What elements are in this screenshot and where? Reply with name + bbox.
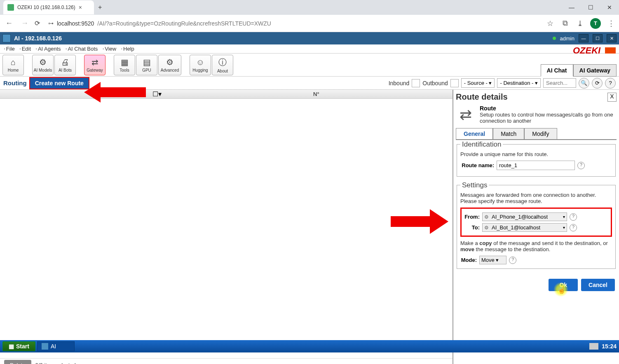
route-heading: Route <box>480 105 617 112</box>
printer-icon: 🖨 <box>61 58 69 67</box>
menu-bar: ▪File ▪Edit ▪AI Agents ▪AI Chat Bots ▪Vi… <box>0 44 619 54</box>
source-select[interactable]: - Source - ▾ <box>461 78 495 88</box>
menu-ai-agents[interactable]: ▪AI Agents <box>33 46 63 52</box>
panel-close-button[interactable]: X <box>607 93 617 102</box>
window-minimize-icon[interactable]: — <box>562 0 581 15</box>
extensions-icon[interactable]: ⧉ <box>560 19 570 28</box>
window-maximize-icon[interactable]: ☐ <box>581 0 600 15</box>
home-icon: ⌂ <box>11 58 16 67</box>
tb-tools[interactable]: ▦Tools <box>114 55 135 75</box>
app-maximize-icon[interactable]: ☐ <box>593 34 603 42</box>
help-button[interactable]: ? <box>605 78 616 89</box>
ptab-modify[interactable]: Modify <box>524 128 557 139</box>
user-label[interactable]: admin <box>560 35 574 42</box>
app-icon <box>42 343 48 350</box>
menu-file[interactable]: ▪File <box>2 46 17 52</box>
route-details-panel: Route details X ⇄ Route Setup routes to … <box>453 90 619 364</box>
menu-icon[interactable]: ⋮ <box>607 19 616 28</box>
gear-icon: ⚙ <box>484 214 490 220</box>
cancel-button[interactable]: Cancel <box>581 279 615 291</box>
tb-home[interactable]: ⌂Home <box>2 55 24 75</box>
url-input[interactable]: ⊶ localhost:9520/AI/?a=Routing&type=OzRo… <box>44 18 542 29</box>
profile-avatar[interactable]: T <box>590 18 601 29</box>
highlighted-routing: From: ⚙ AI_Phone_1@localhost ▾ ? To: ⚙ A… <box>460 208 612 237</box>
refresh-button[interactable]: ⟳ <box>592 78 603 89</box>
tb-gpu[interactable]: ▤GPU <box>136 55 157 75</box>
panel-title: Route details <box>456 92 607 102</box>
bookmark-icon[interactable]: ☆ <box>546 19 555 28</box>
from-select[interactable]: ⚙ AI_Phone_1@localhost ▾ <box>482 212 567 221</box>
to-select[interactable]: ⚙ AI_Bot_1@localhost ▾ <box>482 223 567 232</box>
status-indicator-icon <box>553 37 556 40</box>
site-info-icon[interactable]: ⊶ <box>48 20 54 26</box>
svg-marker-0 <box>84 82 146 103</box>
back-button[interactable]: ← <box>3 19 15 28</box>
route-icon: ⇄ <box>456 105 476 125</box>
to-label: To: <box>463 224 480 231</box>
menu-ai-chat-bots[interactable]: ▪AI Chat Bots <box>63 46 101 52</box>
keyboard-icon[interactable] <box>589 343 598 350</box>
status-bar: Delete 0/0 item selected <box>0 358 453 364</box>
address-bar: ← → ⟳ ⊶ localhost:9520/AI/?a=Routing&typ… <box>0 15 619 32</box>
mode-description: Make a copy of the message and send it t… <box>460 240 612 252</box>
help-icon[interactable]: ? <box>570 224 577 231</box>
column-selector[interactable]: ☐▾ <box>152 90 162 98</box>
tb-gateway[interactable]: ⇄Gateway <box>84 55 106 75</box>
routing-label: Routing <box>3 79 27 86</box>
tab-close-icon[interactable]: × <box>79 4 82 11</box>
help-icon[interactable]: ? <box>509 257 516 264</box>
ptab-match[interactable]: Match <box>493 128 524 139</box>
app-minimize-icon[interactable]: — <box>579 34 589 42</box>
window-close-icon[interactable]: ✕ <box>600 0 619 15</box>
new-tab-button[interactable]: + <box>98 4 102 11</box>
column-no[interactable]: N° <box>313 91 319 97</box>
menu-help[interactable]: ▪Help <box>119 46 137 52</box>
help-icon[interactable]: ? <box>577 162 585 169</box>
forward-button[interactable]: → <box>19 19 30 28</box>
identification-legend: Identification <box>460 140 503 149</box>
table-header: ☐▾ N° <box>0 90 453 99</box>
selection-count: 0/0 item selected <box>35 362 76 364</box>
mode-select[interactable]: Move ▾ <box>479 256 506 264</box>
settings-fieldset: Settings Messages are forwarded from one… <box>457 185 616 269</box>
clock[interactable]: 15:24 <box>602 343 617 350</box>
inbound-label: Inbound <box>389 80 410 86</box>
toolbar: ⌂Home ⚙AI Models 🖨AI Bots ⇄Gateway ▦Tool… <box>0 54 619 77</box>
tb-advanced[interactable]: ⚙Advanced <box>158 55 181 75</box>
annotation-arrow-1 <box>84 80 146 105</box>
search-input[interactable] <box>543 78 576 88</box>
tab-ai-chat[interactable]: AI Chat <box>541 64 573 77</box>
inbound-checkbox[interactable] <box>412 79 420 87</box>
create-route-button[interactable]: Create new Route <box>29 77 89 89</box>
start-icon: ▦ <box>9 343 14 350</box>
tab-title: OZEKI 10 (192.168.0.126) <box>17 5 75 10</box>
help-icon[interactable]: ? <box>570 213 577 221</box>
reload-button[interactable]: ⟳ <box>35 19 40 27</box>
start-button[interactable]: ▦Start <box>2 341 35 351</box>
taskbar: ▦Start AI 15:24 <box>0 340 619 352</box>
ok-button[interactable]: Ok ☝ <box>549 279 578 291</box>
downloads-icon[interactable]: ⤓ <box>575 19 584 28</box>
destination-select[interactable]: - Destination - ▾ <box>497 78 541 88</box>
svg-marker-1 <box>391 209 448 234</box>
app-title: AI - 192.168.0.126 <box>14 35 62 42</box>
ptab-general[interactable]: General <box>456 128 493 139</box>
menu-view[interactable]: ▪View <box>100 46 119 52</box>
search-button[interactable]: 🔍 <box>579 78 589 89</box>
advanced-icon: ⚙ <box>166 57 174 67</box>
tb-about[interactable]: ⓘAbout <box>212 55 233 75</box>
annotation-arrow-2 <box>391 207 448 236</box>
hand-cursor-icon: ☝ <box>558 286 566 294</box>
taskbar-item-ai[interactable]: AI <box>37 341 75 351</box>
favicon <box>7 4 14 11</box>
tb-hugging[interactable]: ☺Hugging <box>190 55 211 75</box>
app-close-icon[interactable]: ✕ <box>607 34 617 42</box>
tb-ai-bots[interactable]: 🖨AI Bots <box>54 55 76 75</box>
tb-ai-models[interactable]: ⚙AI Models <box>32 55 54 75</box>
delete-button[interactable]: Delete <box>4 360 31 364</box>
browser-tab[interactable]: OZEKI 10 (192.168.0.126) × <box>3 0 94 14</box>
outbound-checkbox[interactable] <box>450 79 459 87</box>
menu-edit[interactable]: ▪Edit <box>17 46 33 52</box>
tab-ai-gateway[interactable]: AI Gateway <box>573 64 617 77</box>
route-name-input[interactable] <box>497 161 575 170</box>
